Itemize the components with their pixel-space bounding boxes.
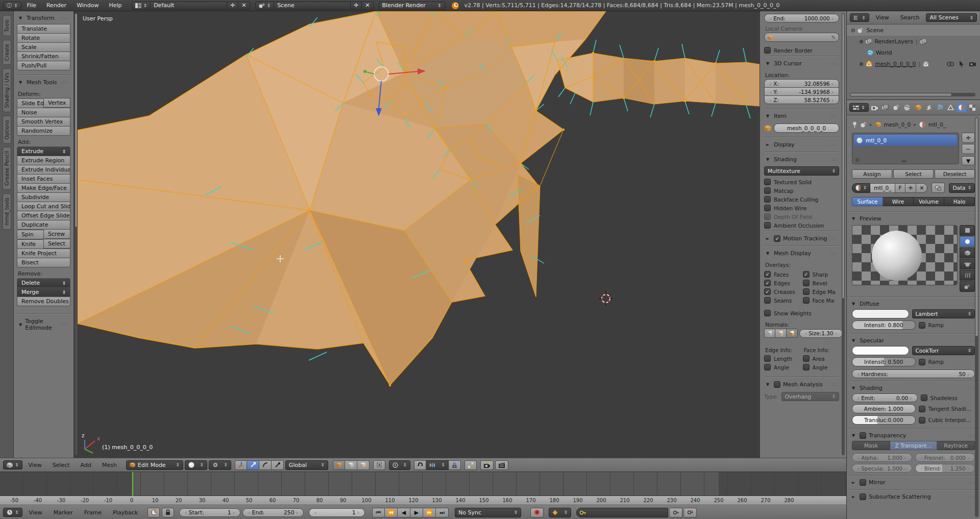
bisect-button[interactable]: Bisect	[17, 258, 70, 267]
tool-button[interactable]: Subdivide	[17, 192, 70, 202]
panel-grip[interactable]: ∷∷	[830, 142, 837, 147]
panel-grip[interactable]: ∷∷	[830, 236, 837, 241]
tool-shelf-tab[interactable]: mmd_tools	[3, 193, 11, 230]
new-material-button[interactable]: ✛	[905, 183, 917, 193]
edge-length-checkbox[interactable]	[764, 355, 771, 362]
overlay-checkbox[interactable]	[764, 280, 771, 286]
diffuse-shader-select[interactable]: Lambert	[912, 309, 975, 318]
outliner-row-scene[interactable]: ⊖ Scene	[847, 24, 980, 36]
overlay-checkbox[interactable]	[803, 288, 810, 295]
preview-hair-button[interactable]	[960, 270, 975, 281]
auto-keyframe-button[interactable]	[530, 508, 544, 517]
properties-scrollbar[interactable]	[975, 117, 978, 517]
menu-select[interactable]: Select	[48, 462, 75, 468]
mirror-checkbox[interactable]	[860, 479, 866, 486]
sss-checkbox[interactable]	[860, 493, 866, 500]
material-type-wire[interactable]: Wire	[883, 197, 914, 206]
matcap-checkbox[interactable]	[764, 187, 771, 194]
panel-grip[interactable]: ∷∷	[968, 480, 975, 485]
menu-marker[interactable]: Marker	[49, 509, 78, 516]
cursor-y-field[interactable]: Y:-134.91968	[764, 87, 839, 96]
keying-mode-select[interactable]	[549, 508, 571, 517]
material-type-volume[interactable]: Volume	[914, 197, 944, 206]
menu-frame[interactable]: Frame	[80, 509, 106, 516]
tool-shelf-tab[interactable]: Shading / UVs	[3, 68, 11, 112]
tab-render-layers[interactable]	[880, 103, 890, 112]
tab-object[interactable]	[913, 103, 923, 112]
sync-mode-select[interactable]: No Sync	[455, 508, 521, 517]
panel-grip[interactable]: ∷∷	[62, 80, 68, 85]
breadcrumb-material[interactable]: mtl_0_	[928, 121, 946, 128]
preview-sphere-button[interactable]	[960, 236, 975, 247]
material-icon[interactable]	[919, 121, 925, 128]
deselect-button[interactable]: Deselect	[935, 169, 975, 179]
opengl-render-button[interactable]	[480, 460, 494, 470]
menu-playback[interactable]: Playback	[108, 509, 142, 516]
tool-shelf-tab[interactable]: Options	[3, 116, 11, 144]
transparency-ztransparency-button[interactable]: Z Transpare...	[890, 441, 937, 450]
hidden-wire-checkbox[interactable]	[764, 205, 771, 211]
timeline-ruler[interactable]: -50-40-30-20-100102030405060708090100110…	[0, 496, 846, 505]
material-slot-active[interactable]: mtl_0_0	[854, 135, 957, 146]
manipulator-scale-button[interactable]	[272, 460, 284, 470]
assign-button[interactable]: Assign	[852, 169, 892, 179]
panel-grip[interactable]: ∷∷	[968, 302, 975, 307]
render-border-checkbox[interactable]	[764, 47, 771, 54]
diffuse-intensity-slider[interactable]: Intensit: 0.800	[852, 320, 916, 330]
play-reverse-button[interactable]: ◀	[398, 508, 410, 517]
diffuse-ramp-checkbox[interactable]	[919, 322, 925, 329]
menu-render[interactable]: Render	[42, 2, 71, 9]
knife-select-button[interactable]: Select	[44, 239, 70, 249]
overlay-checkbox[interactable]	[803, 280, 810, 286]
expand-icon[interactable]: ⊖	[851, 28, 855, 33]
slot-add-icon[interactable]: ⊕	[855, 157, 859, 163]
panel-header-transform[interactable]: ▼Transform∷∷	[17, 12, 70, 23]
backface-culling-checkbox[interactable]	[764, 196, 771, 203]
menu-mesh[interactable]: Mesh	[97, 462, 121, 468]
outliner-row-mesh[interactable]: ⊕ mesh_0_0_0_0 |	[847, 58, 980, 69]
slide-edge-button[interactable]: Slide Ed	[17, 98, 44, 108]
material-type-halo[interactable]: Halo	[944, 197, 975, 206]
remove-doubles-button[interactable]: Remove Doubles	[17, 296, 70, 306]
jump-to-start-button[interactable]: ⏮	[372, 508, 385, 517]
panel-grip[interactable]: ∷∷	[968, 216, 975, 221]
unlink-material-button[interactable]: ✕	[916, 183, 927, 193]
expand-icon[interactable]: ⊕	[859, 39, 863, 44]
hardness-field[interactable]: Hardness:50	[852, 369, 975, 378]
manipulator-rotate-button[interactable]	[259, 460, 272, 470]
knife-button[interactable]: Knife	[17, 239, 44, 249]
frame-start-field[interactable]: Start:1	[179, 508, 240, 517]
menu-view-timeline[interactable]: View	[24, 509, 47, 516]
shading-mode-select[interactable]: Multitexture	[764, 166, 839, 176]
panel-header-specular[interactable]: ▼Specular∷∷	[847, 335, 980, 346]
preview-world-button[interactable]	[960, 281, 975, 292]
renderability-camera-icon[interactable]	[969, 61, 976, 66]
panel-grip[interactable]: ∷∷	[830, 114, 837, 119]
add-layout-button[interactable]: ✛	[227, 2, 238, 10]
panel-header-preview[interactable]: ▼Preview∷∷	[847, 213, 980, 224]
panel-header-mirror[interactable]: ►Mirror∷∷	[847, 477, 980, 488]
pin-icon[interactable]	[852, 121, 857, 128]
delete-scene-button[interactable]: ✕	[362, 2, 373, 10]
panel-grip[interactable]: ∷∷	[830, 382, 837, 387]
tool-button[interactable]: Duplicate	[17, 220, 70, 230]
n-panel-scrollbar[interactable]	[842, 13, 845, 455]
tangent-shading-checkbox[interactable]	[919, 406, 925, 412]
editor-type-properties-button[interactable]	[849, 103, 869, 112]
emit-field[interactable]: Emit:0.00	[852, 393, 918, 402]
jump-next-keyframe-button[interactable]: ⏩	[423, 508, 436, 517]
fake-user-button[interactable]: F	[895, 183, 905, 193]
jump-to-end-button[interactable]: ⏭	[436, 508, 449, 517]
link-data-select[interactable]: Data	[949, 183, 975, 193]
play-button[interactable]: ▶	[410, 508, 423, 517]
tab-constraints[interactable]	[924, 103, 934, 112]
knife-project-button[interactable]: Knife Project	[17, 249, 70, 258]
insert-keyframe-button[interactable]	[670, 508, 682, 517]
origin-manipulate-button[interactable]	[464, 460, 477, 470]
outliner-row-renderlayers[interactable]: ⊕ RenderLayers |	[847, 36, 980, 47]
item-name-field[interactable]: mesh_0_0_0_0	[774, 123, 839, 133]
diffuse-color-swatch[interactable]	[852, 309, 909, 318]
remove-slot-button[interactable]: −	[962, 144, 975, 154]
delete-layout-button[interactable]: ✕	[238, 2, 250, 10]
overlay-checkbox[interactable]	[764, 288, 771, 295]
